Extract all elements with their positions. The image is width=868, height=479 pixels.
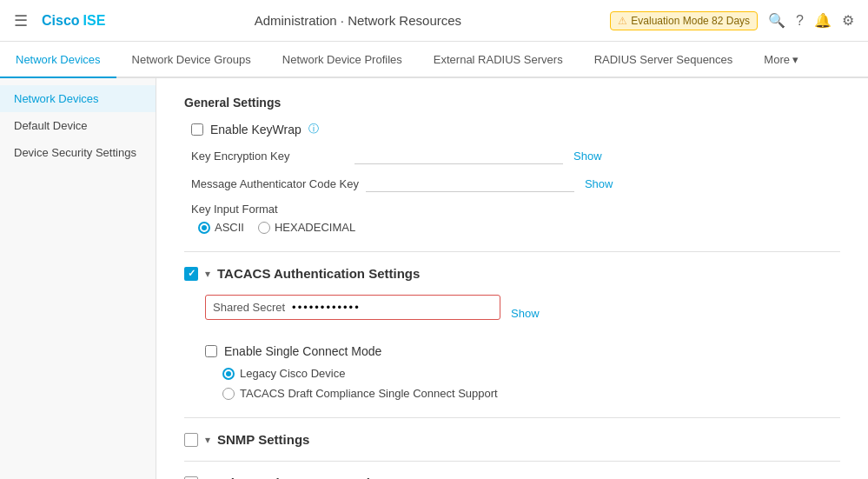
shared-secret-label: Shared Secret bbox=[213, 301, 285, 314]
key-encryption-show-link[interactable]: Show bbox=[573, 150, 602, 163]
key-encryption-key-row: Key Encryption Key Show bbox=[184, 147, 840, 164]
key-input-format-radio-group: ASCII HEXADECIMAL bbox=[191, 221, 840, 234]
page-title: Administration · Network Resources bbox=[119, 13, 596, 28]
legacy-cisco-device-option[interactable]: Legacy Cisco Device bbox=[222, 367, 840, 380]
cisco-logo: Cisco ISE bbox=[42, 13, 105, 29]
top-nav: ☰ Cisco ISE Administration · Network Res… bbox=[0, 0, 868, 42]
search-icon[interactable]: 🔍 bbox=[768, 12, 785, 29]
enable-keywrap-checkbox[interactable] bbox=[191, 123, 203, 136]
hamburger-icon[interactable]: ☰ bbox=[14, 11, 28, 30]
tab-radius-server-sequences[interactable]: RADIUS Server Sequences bbox=[579, 42, 749, 78]
tacacs-checkbox-checkmark: ✓ bbox=[188, 268, 195, 279]
radio-hexadecimal-label: HEXADECIMAL bbox=[275, 221, 355, 234]
tacacs-checkbox[interactable]: ✓ bbox=[184, 267, 198, 281]
tacacs-section: ✓ ▾ TACACS Authentication Settings Share… bbox=[184, 266, 840, 400]
single-connect-row: Enable Single Connect Mode bbox=[205, 344, 840, 358]
help-icon[interactable]: ? bbox=[796, 13, 804, 29]
tab-network-devices[interactable]: Network Devices bbox=[0, 42, 116, 78]
tab-external-radius-servers[interactable]: External RADIUS Servers bbox=[418, 42, 579, 78]
key-encryption-key-input[interactable] bbox=[354, 147, 563, 164]
tacacs-inner-content: Shared Secret Show Enable Single Connect… bbox=[184, 295, 840, 400]
legacy-cisco-radio-dot[interactable] bbox=[222, 368, 235, 380]
tab-more[interactable]: More ▾ bbox=[748, 42, 814, 78]
tab-bar: Network Devices Network Device Groups Ne… bbox=[0, 42, 868, 78]
divider-3 bbox=[184, 461, 840, 462]
legacy-cisco-label: Legacy Cisco Device bbox=[240, 367, 345, 380]
key-input-format-row: Key Input Format ASCII HEXADECIMAL bbox=[184, 203, 840, 234]
connect-options-group: Legacy Cisco Device TACACS Draft Complia… bbox=[205, 367, 840, 400]
message-auth-show-link[interactable]: Show bbox=[585, 177, 613, 190]
settings-icon[interactable]: ⚙ bbox=[842, 12, 854, 29]
divider-2 bbox=[184, 417, 840, 418]
message-auth-key-label: Message Authenticator Code Key bbox=[191, 177, 359, 190]
tacacs-draft-radio-dot[interactable] bbox=[222, 388, 235, 400]
content-area: General Settings Enable KeyWrap ⓘ Key En… bbox=[156, 78, 868, 479]
enable-keywrap-label: Enable KeyWrap bbox=[210, 123, 301, 136]
shared-secret-show-link[interactable]: Show bbox=[511, 307, 540, 320]
trustsec-section-title: Advanced TrustSec Settings bbox=[217, 476, 394, 479]
keywrap-info-icon[interactable]: ⓘ bbox=[308, 122, 319, 136]
general-settings-title: General Settings bbox=[184, 96, 840, 110]
radio-ascii-dot[interactable] bbox=[198, 222, 210, 234]
warning-icon: ⚠ bbox=[618, 15, 627, 27]
tacacs-draft-compliance-option[interactable]: TACACS Draft Compliance Single Connect S… bbox=[222, 387, 840, 400]
eval-mode-badge: ⚠ Evaluation Mode 82 Days bbox=[610, 11, 758, 30]
sidebar-item-device-security-settings[interactable]: Device Security Settings bbox=[0, 139, 156, 166]
main-layout: Network Devices Default Device Device Se… bbox=[0, 78, 868, 479]
shared-secret-input[interactable] bbox=[292, 301, 493, 314]
tab-network-device-profiles[interactable]: Network Device Profiles bbox=[267, 42, 418, 78]
tacacs-draft-label: TACACS Draft Compliance Single Connect S… bbox=[240, 387, 498, 400]
cisco-brand-text: Cisco bbox=[42, 13, 80, 29]
radio-hexadecimal[interactable]: HEXADECIMAL bbox=[258, 221, 355, 234]
shared-secret-container: Shared Secret Show bbox=[205, 295, 840, 332]
tacacs-chevron-icon[interactable]: ▾ bbox=[205, 268, 210, 280]
tacacs-section-title: TACACS Authentication Settings bbox=[217, 266, 420, 281]
message-auth-key-row: Message Authenticator Code Key Show bbox=[184, 175, 840, 192]
key-encryption-key-label: Key Encryption Key bbox=[191, 150, 348, 163]
snmp-checkbox[interactable] bbox=[184, 433, 198, 447]
sidebar-item-default-device[interactable]: Default Device bbox=[0, 112, 156, 139]
more-chevron-icon: ▾ bbox=[792, 53, 798, 66]
eval-badge-text: Evaluation Mode 82 Days bbox=[631, 15, 750, 27]
sidebar-item-network-devices[interactable]: Network Devices bbox=[0, 85, 156, 112]
message-auth-key-input[interactable] bbox=[366, 175, 574, 192]
radio-hexadecimal-dot[interactable] bbox=[258, 222, 270, 234]
tab-network-device-groups[interactable]: Network Device Groups bbox=[116, 42, 267, 78]
snmp-section-title: SNMP Settings bbox=[217, 432, 309, 447]
key-input-format-label: Key Input Format bbox=[191, 203, 840, 216]
trustsec-checkbox[interactable] bbox=[184, 476, 198, 480]
nav-right-area: ⚠ Evaluation Mode 82 Days 🔍 ? 🔔 ⚙ bbox=[610, 11, 854, 30]
snmp-chevron-icon[interactable]: ▾ bbox=[205, 434, 210, 446]
single-connect-label: Enable Single Connect Mode bbox=[224, 344, 381, 358]
sidebar: Network Devices Default Device Device Se… bbox=[0, 78, 156, 479]
shared-secret-row: Shared Secret bbox=[205, 295, 500, 320]
radio-ascii-label: ASCII bbox=[215, 221, 244, 234]
tacacs-section-header: ✓ ▾ TACACS Authentication Settings bbox=[184, 266, 840, 281]
notifications-icon[interactable]: 🔔 bbox=[814, 12, 832, 29]
ise-brand-text: ISE bbox=[83, 13, 106, 29]
trustsec-section: ▾ Advanced TrustSec Settings bbox=[184, 476, 840, 479]
divider-1 bbox=[184, 251, 840, 252]
radio-ascii[interactable]: ASCII bbox=[198, 221, 244, 234]
snmp-section: ▾ SNMP Settings bbox=[184, 432, 840, 447]
general-settings-section: General Settings Enable KeyWrap ⓘ Key En… bbox=[184, 96, 840, 234]
enable-keywrap-row: Enable KeyWrap ⓘ bbox=[184, 122, 840, 136]
single-connect-checkbox[interactable] bbox=[205, 345, 217, 357]
